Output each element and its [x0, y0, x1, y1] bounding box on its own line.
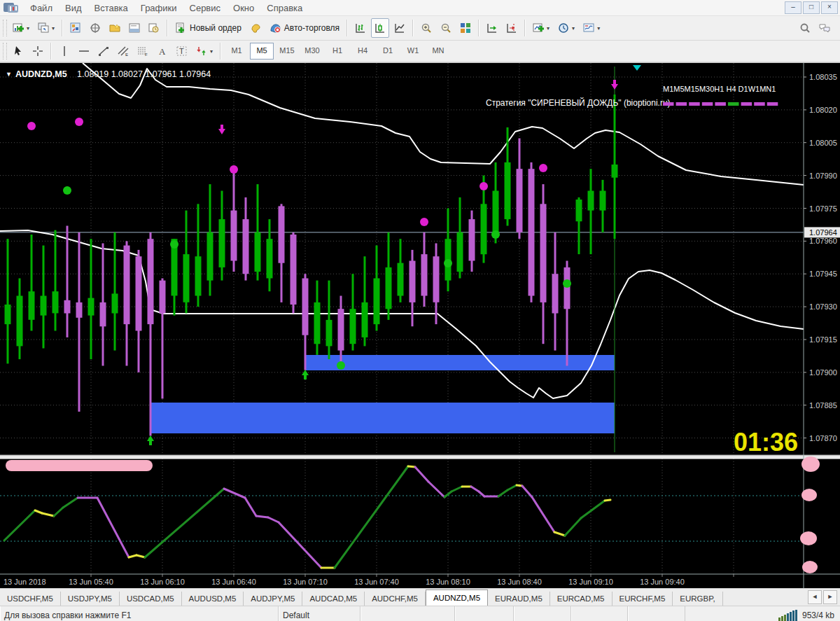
- chart-tab-usdjpym5[interactable]: USDJPY,M5: [61, 592, 120, 606]
- line-studies-group: EFAT▾: [1, 41, 224, 61]
- time-axis-label: 13 Jun 09:40: [640, 578, 685, 586]
- zoom-out-button[interactable]: [437, 18, 455, 38]
- periods-button[interactable]: ▾: [554, 18, 578, 38]
- navigator-button[interactable]: [106, 18, 124, 38]
- arrows-button[interactable]: ▾: [192, 41, 216, 61]
- text-button[interactable]: A: [153, 41, 172, 61]
- chart-tab-audcadm5[interactable]: AUDCAD,M5: [302, 592, 365, 606]
- horizontal-line-button[interactable]: [75, 41, 93, 61]
- mql5-community-button[interactable]: [246, 18, 265, 38]
- status-empty-cell: [360, 606, 455, 621]
- price-axis-label: 1.07900: [809, 368, 837, 377]
- time-axis-label: 13 Jun 2018: [4, 578, 46, 586]
- menu-item-6[interactable]: Окно: [227, 1, 260, 15]
- menu-item-3[interactable]: Вставка: [88, 1, 134, 15]
- toolbar-studies: EFAT▾ M1M5M15M30H1H4D1W1MN: [0, 41, 840, 62]
- chart-tab-euraudm5[interactable]: EURAUD,M5: [488, 592, 550, 606]
- templates-button[interactable]: ▾: [580, 18, 603, 38]
- timeframe-m5-button[interactable]: M5: [250, 43, 274, 60]
- indicators-button[interactable]: ▾: [529, 18, 553, 38]
- menu-item-7[interactable]: Справка: [260, 1, 309, 15]
- tf-dash-5: [728, 102, 739, 106]
- chart-tab-audnzdm5[interactable]: AUDNZD,M5: [426, 589, 488, 606]
- menu-item-5[interactable]: Сервис: [183, 1, 227, 15]
- new-order-button[interactable]: Новый ордер: [172, 18, 245, 38]
- tf-dash-1: [676, 102, 687, 106]
- metatrader-window: ФайлВидВставкаГрафикиСервисОкноСправка –…: [0, 0, 840, 621]
- chart-tab-eurgbp[interactable]: EURGBP,: [673, 592, 722, 606]
- fibonacci-icon: F: [137, 46, 148, 57]
- time-axis-label: 13 Jun 07:40: [354, 578, 399, 586]
- chart-tab-audusdm5[interactable]: AUDUSD,M5: [182, 592, 244, 606]
- menu-item-4[interactable]: Графики: [134, 1, 183, 15]
- menu-item-1[interactable]: Файл: [24, 1, 59, 15]
- tile-windows-button[interactable]: [456, 18, 475, 38]
- market-watch-button[interactable]: [66, 18, 85, 38]
- vertical-line-button[interactable]: [55, 41, 74, 61]
- search-icon: [799, 22, 811, 34]
- timeframe-m15-button[interactable]: M15: [275, 43, 299, 60]
- periods-dropdown-caret[interactable]: ▾: [572, 25, 575, 32]
- toolbar-grip[interactable]: [3, 43, 7, 60]
- text-label-button[interactable]: T: [173, 41, 191, 61]
- trendline-button[interactable]: [94, 41, 113, 61]
- toolbar-grip[interactable]: [3, 20, 7, 36]
- menu-bar: ФайлВидВставкаГрафикиСервисОкноСправка –…: [0, 0, 840, 16]
- new-chart-dropdown-caret[interactable]: ▾: [27, 25, 29, 32]
- masked-indicator-value: [802, 561, 818, 573]
- chart-shift-button[interactable]: [503, 18, 521, 38]
- fibonacci-button[interactable]: F: [134, 41, 152, 61]
- templates-dropdown-caret[interactable]: ▾: [597, 25, 600, 32]
- equidistant-channel-button[interactable]: E: [114, 41, 132, 61]
- indicators-dropdown-caret[interactable]: ▾: [547, 25, 550, 32]
- chart-tab-usdchfm5[interactable]: USDCHF,M5: [0, 592, 61, 606]
- tab-scroll-left-button[interactable]: ◄: [808, 590, 822, 604]
- timeframe-w1-button[interactable]: W1: [401, 43, 425, 60]
- arrows-dropdown-caret[interactable]: ▾: [210, 48, 213, 55]
- chart-canvas[interactable]: ▼AUDNZD,M51.08019 1.08027 1.07961 1.0796…: [0, 63, 840, 588]
- profiles-button[interactable]: ▾: [34, 18, 58, 38]
- zoom-in-button[interactable]: [417, 18, 435, 38]
- chart-line-button[interactable]: [391, 18, 409, 38]
- auto-scroll-button[interactable]: [483, 18, 501, 38]
- traffic-label: 953/4 kb: [802, 610, 834, 620]
- menu-item-2[interactable]: Вид: [59, 1, 88, 15]
- new-chart-button[interactable]: ▾: [9, 18, 33, 38]
- chart-window[interactable]: ▼AUDNZD,M51.08019 1.08027 1.07961 1.0796…: [0, 62, 840, 588]
- auto-trading-button[interactable]: Авто-торговля: [266, 18, 343, 38]
- price-axis-label: 1.07945: [809, 270, 837, 278]
- minimize-button[interactable]: –: [785, 1, 802, 14]
- mql5-community-icon: [250, 22, 261, 34]
- restore-button[interactable]: □: [803, 1, 820, 14]
- close-button[interactable]: ×: [821, 1, 838, 14]
- chat-button[interactable]: [816, 18, 834, 38]
- timeframe-h4-button[interactable]: H4: [351, 43, 374, 60]
- equidistant-channel-icon: E: [118, 46, 129, 57]
- strategy-tester-icon: [148, 22, 160, 34]
- timeframe-m30-button[interactable]: M30: [300, 43, 324, 60]
- timeframe-h1-button[interactable]: H1: [326, 43, 349, 60]
- profiles-dropdown-caret[interactable]: ▾: [52, 25, 55, 32]
- timeframe-m1-button[interactable]: M1: [225, 43, 248, 60]
- chart-tab-audjpym5[interactable]: AUDJPY,M5: [244, 592, 302, 606]
- masked-indicator-value: [802, 456, 820, 472]
- strategy-tester-button[interactable]: [145, 18, 163, 38]
- svg-text:T: T: [179, 47, 184, 55]
- data-window-button[interactable]: [86, 18, 104, 38]
- terminal-button[interactable]: [125, 18, 144, 38]
- timeframe-mn-button[interactable]: MN: [426, 43, 450, 60]
- tf-dash-4: [715, 102, 726, 106]
- chart-bars-button[interactable]: [351, 18, 370, 38]
- price-axis-label: 1.07930: [809, 302, 837, 311]
- chart-tab-audchfm5[interactable]: AUDCHF,M5: [365, 592, 426, 606]
- chart-tab-usdcadm5[interactable]: USDCAD,M5: [120, 592, 182, 606]
- chart-candles-button[interactable]: [371, 18, 389, 38]
- tab-scroll-right-button[interactable]: ►: [823, 590, 837, 604]
- search-button[interactable]: [796, 18, 814, 38]
- chart-tab-eurcadm5[interactable]: EURCAD,M5: [550, 592, 612, 606]
- tf-dash-0: [663, 102, 674, 106]
- chart-tab-eurchfm5[interactable]: EURCHF,M5: [612, 592, 673, 606]
- crosshair-button[interactable]: [29, 41, 47, 61]
- cursor-button[interactable]: [9, 41, 27, 61]
- timeframe-d1-button[interactable]: D1: [376, 43, 400, 60]
